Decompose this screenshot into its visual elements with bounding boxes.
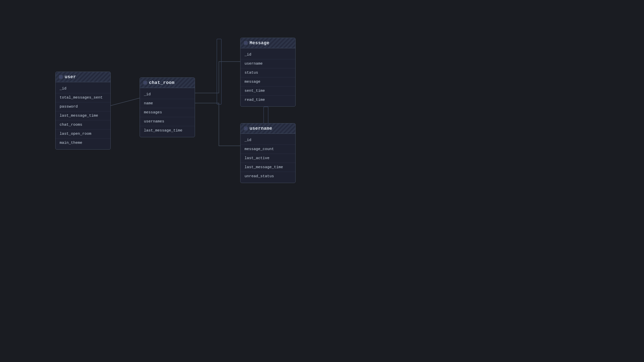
field-username-last-message-time: last_message_time (240, 163, 295, 172)
field-chatroom-id: _id (140, 90, 195, 99)
svg-line-0 (111, 98, 140, 106)
table-message: Message _id username status message sent… (240, 38, 296, 107)
field-user-chat-rooms: chat_rooms (56, 120, 110, 129)
table-username-fields: _id message_count last_active last_messa… (240, 134, 295, 183)
field-user-password: password (56, 102, 110, 111)
svg-rect-1 (217, 39, 221, 104)
field-message-username: username (240, 59, 295, 68)
field-message-status: status (240, 68, 295, 77)
table-username-icon (244, 127, 248, 130)
table-user-title: user (65, 74, 76, 79)
field-chatroom-last-message-time: last_message_time (140, 126, 195, 135)
table-username: username _id message_count last_active l… (240, 123, 296, 183)
field-message-message: message (240, 77, 295, 86)
table-chat-room-title: chat_room (149, 80, 175, 85)
table-chat-room-fields: _id name messages usernames last_message… (140, 88, 195, 137)
field-chatroom-name: name (140, 99, 195, 108)
field-chatroom-messages: messages (140, 108, 195, 117)
field-user-last-open-room: last_open_room (56, 129, 110, 139)
field-user-main-theme: main_theme (56, 139, 110, 147)
table-username-header: username (240, 123, 295, 134)
table-message-header: Message (240, 38, 295, 48)
field-user-id: _id (56, 84, 110, 93)
table-chat-room: chat_room _id name messages usernames la… (140, 77, 195, 137)
connection-lines (0, 0, 644, 362)
table-user: user _id total_messages_sent password la… (55, 72, 111, 150)
field-user-last-message-time: last_message_time (56, 111, 110, 120)
table-message-icon (244, 41, 248, 45)
field-username-message-count: message_count (240, 145, 295, 154)
field-username-id: _id (240, 136, 295, 145)
table-message-fields: _id username status message sent_time re… (240, 48, 295, 106)
table-user-icon (59, 75, 63, 79)
field-message-read-time: read_time (240, 96, 295, 104)
field-message-id: _id (240, 50, 295, 59)
table-chat-room-icon (143, 81, 147, 84)
field-username-last-active: last_active (240, 154, 295, 163)
field-username-unread-status: unread_status (240, 172, 295, 181)
diagram-canvas: user _id total_messages_sent password la… (0, 0, 644, 362)
field-user-total-messages: total_messages_sent (56, 93, 110, 102)
table-chat-room-header: chat_room (140, 78, 195, 88)
table-user-header: user (56, 72, 110, 82)
table-message-title: Message (250, 40, 269, 46)
table-user-fields: _id total_messages_sent password last_me… (56, 82, 110, 149)
field-chatroom-usernames: usernames (140, 117, 195, 126)
table-username-title: username (250, 126, 272, 131)
field-message-sent-time: sent_time (240, 86, 295, 96)
